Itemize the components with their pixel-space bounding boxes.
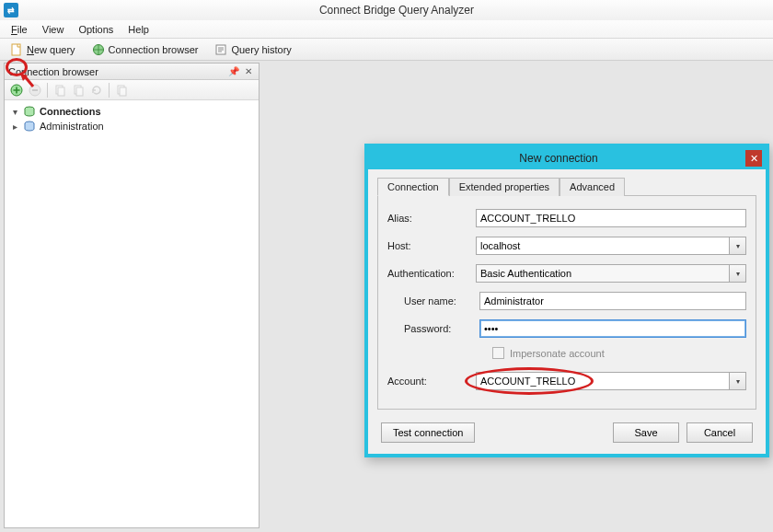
alias-input[interactable]: [476, 209, 746, 227]
database-green-icon: [23, 105, 36, 118]
add-connection-button[interactable]: [8, 82, 25, 98]
auth-label: Authentication:: [387, 268, 476, 279]
cancel-button[interactable]: Cancel: [686, 422, 753, 443]
password-label: Password:: [387, 323, 479, 334]
title-bar: ⇄ Connect Bridge Query Analyzer: [0, 0, 773, 20]
menu-options[interactable]: Options: [71, 22, 121, 37]
dialog-close-button[interactable]: ✕: [745, 150, 762, 167]
host-input[interactable]: [476, 237, 730, 255]
account-select[interactable]: [476, 372, 730, 390]
alias-label: Alias:: [387, 213, 476, 224]
workspace: New connection ✕ Connection Extended pro…: [263, 61, 773, 532]
separator: [109, 83, 110, 98]
connection-form: Alias: Host: ▾ Authentication:: [377, 196, 756, 410]
toolbar-query-history[interactable]: Query history: [208, 40, 297, 59]
toolbar-query-history-label: Query history: [231, 44, 291, 55]
globe-icon: [92, 43, 105, 56]
impersonate-checkbox[interactable]: [492, 347, 504, 359]
document-icon: [10, 43, 23, 56]
svg-rect-10: [120, 87, 126, 96]
chevron-down-icon[interactable]: ▾: [730, 264, 746, 283]
panel-toolbar: [5, 80, 259, 100]
remove-connection-button[interactable]: [27, 82, 43, 98]
connection-tree[interactable]: ▾ Connections ▸ Administration: [5, 100, 259, 527]
main-area: Connection browser 📌 ✕: [0, 61, 773, 532]
close-panel-icon[interactable]: ✕: [242, 65, 255, 78]
history-icon: [214, 43, 227, 56]
expand-icon[interactable]: ▾: [10, 107, 19, 117]
chevron-down-icon[interactable]: ▾: [730, 237, 746, 255]
new-connection-dialog: New connection ✕ Connection Extended pro…: [364, 144, 769, 457]
svg-rect-0: [12, 44, 20, 55]
test-connection-button[interactable]: Test connection: [381, 422, 475, 443]
row-impersonate: Impersonate account: [387, 347, 746, 359]
menu-help[interactable]: Help: [121, 22, 156, 37]
toolbar-connection-browser-label: Connection browser: [109, 44, 199, 55]
expand-icon[interactable]: ▸: [10, 121, 19, 132]
tab-extended-properties[interactable]: Extended properties: [449, 178, 560, 196]
copy-button-1[interactable]: [52, 82, 68, 98]
connection-browser-panel: Connection browser 📌 ✕: [4, 63, 260, 528]
tab-connection[interactable]: Connection: [377, 178, 449, 196]
tree-label: Administration: [40, 121, 104, 132]
separator: [47, 83, 48, 98]
svg-rect-8: [76, 87, 83, 96]
panel-title: Connection browser: [8, 66, 225, 77]
auth-combo[interactable]: ▾: [476, 264, 746, 283]
tree-item-connections[interactable]: ▾ Connections: [10, 104, 253, 119]
toolbar-connection-browser[interactable]: Connection browser: [86, 40, 205, 59]
username-input[interactable]: [479, 292, 746, 310]
host-combo[interactable]: ▾: [476, 237, 746, 255]
row-username: User name:: [387, 292, 746, 310]
row-host: Host: ▾: [387, 237, 746, 255]
pin-icon[interactable]: 📌: [227, 65, 240, 78]
tree-label: Connections: [40, 106, 101, 117]
auth-select[interactable]: [476, 264, 730, 283]
toolbar: New query Connection browser Query histo…: [0, 39, 773, 61]
menu-file[interactable]: File: [4, 22, 35, 37]
username-label: User name:: [387, 295, 479, 306]
copy-button-2[interactable]: [70, 82, 87, 98]
panel-header: Connection browser 📌 ✕: [5, 64, 259, 80]
account-combo[interactable]: ▾: [476, 372, 746, 390]
tab-advanced[interactable]: Advanced: [560, 178, 625, 196]
app-title: Connect Bridge Query Analyzer: [24, 4, 769, 17]
account-label: Account:: [387, 376, 476, 387]
dialog-title: New connection: [372, 152, 745, 165]
impersonate-label: Impersonate account: [510, 348, 605, 359]
chevron-down-icon[interactable]: ▾: [730, 372, 746, 390]
svg-rect-6: [58, 87, 64, 96]
refresh-button[interactable]: [88, 82, 105, 98]
dialog-body: Connection Extended properties Advanced …: [368, 169, 766, 454]
menu-view[interactable]: View: [35, 22, 72, 37]
row-password: Password:: [387, 319, 746, 338]
tree-item-administration[interactable]: ▸ Administration: [10, 119, 253, 133]
password-input[interactable]: [479, 319, 746, 338]
row-alias: Alias:: [387, 209, 746, 227]
row-auth: Authentication: ▾: [387, 264, 746, 283]
dialog-buttons: Test connection Save Cancel: [377, 410, 756, 445]
menu-bar: File View Options Help: [0, 20, 773, 39]
toolbar-new-query-label: New query: [27, 44, 75, 55]
save-button[interactable]: Save: [613, 422, 679, 443]
toolbar-new-query[interactable]: New query: [4, 40, 82, 59]
host-label: Host:: [387, 240, 476, 251]
app-icon: ⇄: [4, 3, 18, 17]
copy-button-3[interactable]: [113, 82, 130, 98]
dialog-tabs: Connection Extended properties Advanced: [377, 177, 756, 196]
dialog-titlebar[interactable]: New connection ✕: [368, 147, 766, 169]
row-account: Account: ▾: [387, 372, 746, 390]
database-blue-icon: [23, 120, 36, 133]
